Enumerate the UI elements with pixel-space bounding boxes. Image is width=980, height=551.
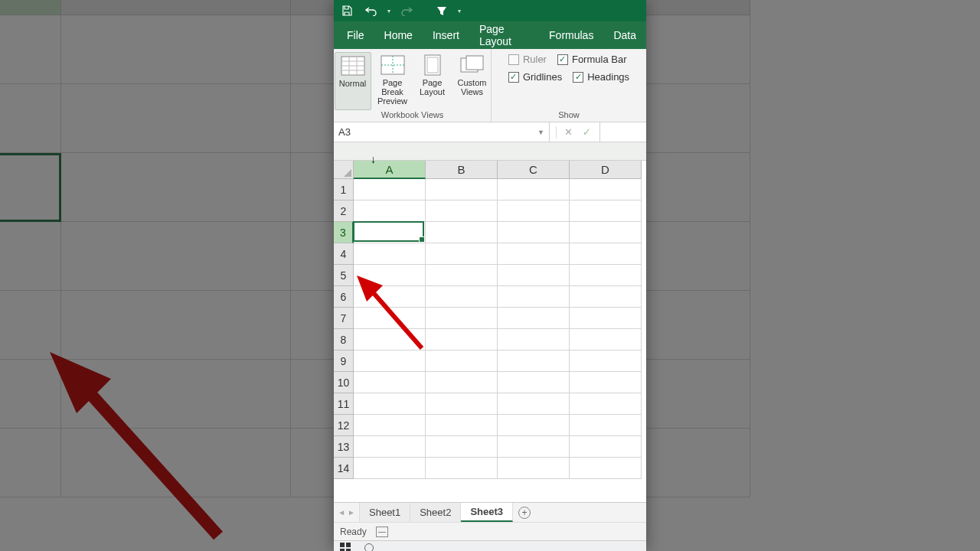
- cell[interactable]: [498, 201, 570, 222]
- cell[interactable]: [354, 308, 426, 329]
- cell[interactable]: [498, 286, 570, 308]
- cell[interactable]: [354, 201, 426, 222]
- row-header-13[interactable]: 13: [334, 436, 354, 458]
- tab-page-layout[interactable]: Page Layout: [469, 21, 539, 49]
- cell[interactable]: [570, 179, 642, 201]
- cell[interactable]: [354, 350, 426, 372]
- cell[interactable]: [426, 201, 498, 222]
- new-sheet-button[interactable]: +: [513, 503, 536, 522]
- cell[interactable]: [426, 265, 498, 286]
- cell[interactable]: [570, 222, 642, 243]
- cell[interactable]: [498, 372, 570, 393]
- gridlines-checkbox[interactable]: ✓Gridlines: [508, 71, 562, 83]
- sheet-tab-1[interactable]: Sheet1: [360, 503, 410, 522]
- row-header-11[interactable]: 11: [334, 393, 354, 415]
- cell[interactable]: [570, 350, 642, 372]
- tab-file[interactable]: File: [337, 21, 374, 49]
- chevron-down-icon[interactable]: ▼: [537, 129, 544, 136]
- row-header-7[interactable]: 7: [334, 308, 354, 329]
- tab-home[interactable]: Home: [374, 21, 423, 49]
- column-header-A[interactable]: A: [354, 161, 426, 179]
- windows-start-icon[interactable]: [340, 543, 351, 552]
- tab-data[interactable]: Data: [603, 21, 646, 49]
- cell[interactable]: [354, 329, 426, 350]
- row-header-1[interactable]: 1: [334, 179, 354, 201]
- select-all-cell[interactable]: [334, 161, 354, 179]
- view-page-layout-button[interactable]: Page Layout: [414, 52, 451, 110]
- cell[interactable]: [570, 265, 642, 286]
- cell[interactable]: [354, 436, 426, 458]
- cell[interactable]: [426, 393, 498, 415]
- sheet-nav-buttons[interactable]: ◄ ►: [334, 503, 360, 522]
- cell[interactable]: [570, 415, 642, 436]
- cell[interactable]: [354, 222, 426, 243]
- cell[interactable]: [498, 179, 570, 201]
- cell[interactable]: [426, 436, 498, 458]
- row-header-6[interactable]: 6: [334, 286, 354, 308]
- cell[interactable]: [570, 393, 642, 415]
- cell[interactable]: [498, 393, 570, 415]
- row-header-8[interactable]: 8: [334, 329, 354, 350]
- cell[interactable]: [354, 243, 426, 265]
- column-header-C[interactable]: C: [498, 161, 570, 179]
- cell[interactable]: [354, 415, 426, 436]
- view-normal-button[interactable]: Normal: [335, 52, 371, 110]
- cell[interactable]: [426, 243, 498, 265]
- tab-formulas[interactable]: Formulas: [539, 21, 603, 49]
- macro-record-icon[interactable]: [376, 527, 388, 537]
- cell[interactable]: [570, 372, 642, 393]
- cell[interactable]: [498, 308, 570, 329]
- cell[interactable]: [570, 201, 642, 222]
- column-headers[interactable]: ABCD: [354, 161, 646, 179]
- sheet-tab-2[interactable]: Sheet2: [410, 503, 461, 522]
- row-header-3[interactable]: 3: [334, 222, 354, 243]
- cell[interactable]: [354, 393, 426, 415]
- cell[interactable]: [570, 286, 642, 308]
- save-icon[interactable]: [338, 2, 355, 19]
- row-header-14[interactable]: 14: [334, 458, 354, 479]
- cancel-formula-icon[interactable]: ✕: [561, 126, 575, 139]
- cell[interactable]: [426, 222, 498, 243]
- cell[interactable]: [354, 458, 426, 479]
- cell[interactable]: [498, 458, 570, 479]
- row-header-10[interactable]: 10: [334, 372, 354, 393]
- view-custom-views-button[interactable]: Custom Views: [454, 52, 491, 110]
- cell[interactable]: [426, 372, 498, 393]
- cell[interactable]: [570, 436, 642, 458]
- cell[interactable]: [354, 372, 426, 393]
- cell[interactable]: [570, 308, 642, 329]
- filter-icon[interactable]: [433, 2, 450, 19]
- cell[interactable]: [498, 436, 570, 458]
- row-header-12[interactable]: 12: [334, 415, 354, 436]
- row-header-4[interactable]: 4: [334, 243, 354, 265]
- formula-bar-checkbox[interactable]: ✓Formula Bar: [557, 54, 627, 65]
- cell[interactable]: [570, 458, 642, 479]
- cell[interactable]: [498, 243, 570, 265]
- headings-checkbox[interactable]: ✓Headings: [573, 71, 629, 83]
- search-icon[interactable]: [364, 543, 374, 552]
- cell[interactable]: [570, 329, 642, 350]
- cell[interactable]: [426, 350, 498, 372]
- cell[interactable]: [354, 265, 426, 286]
- cell[interactable]: [354, 286, 426, 308]
- cell[interactable]: [354, 179, 426, 201]
- cell[interactable]: [498, 350, 570, 372]
- cell[interactable]: [498, 329, 570, 350]
- column-header-D[interactable]: D: [570, 161, 642, 179]
- undo-icon[interactable]: [363, 2, 380, 19]
- spreadsheet-area[interactable]: ABCD 1234567891011121314 ↓: [334, 142, 646, 502]
- row-header-2[interactable]: 2: [334, 201, 354, 222]
- cell[interactable]: [498, 265, 570, 286]
- cell[interactable]: [426, 308, 498, 329]
- cell[interactable]: [426, 179, 498, 201]
- cell[interactable]: [426, 458, 498, 479]
- row-header-5[interactable]: 5: [334, 265, 354, 286]
- row-header-9[interactable]: 9: [334, 350, 354, 372]
- cell[interactable]: [570, 243, 642, 265]
- view-page-break-button[interactable]: Page Break Preview: [374, 52, 411, 110]
- tab-insert[interactable]: Insert: [423, 21, 469, 49]
- name-box[interactable]: A3 ▼: [334, 122, 550, 142]
- cell[interactable]: [426, 286, 498, 308]
- cell[interactable]: [498, 415, 570, 436]
- cell[interactable]: [426, 329, 498, 350]
